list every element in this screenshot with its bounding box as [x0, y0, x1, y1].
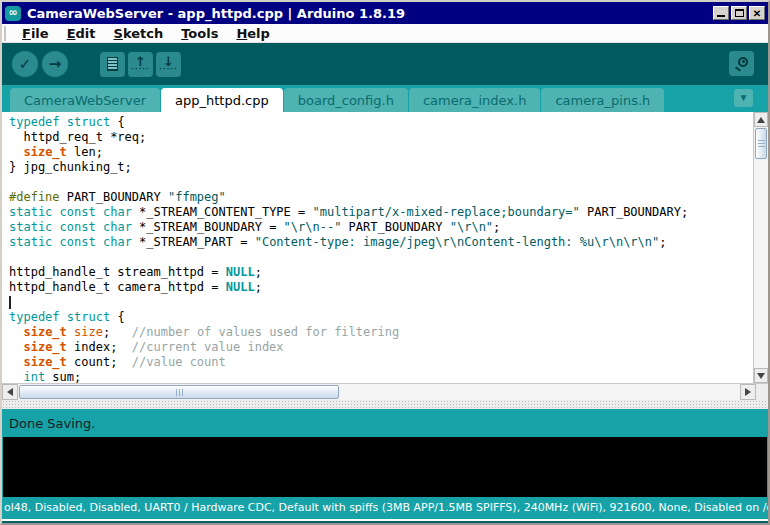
- scrollbar-corner: [756, 384, 768, 400]
- serial-monitor-button[interactable]: [729, 51, 754, 76]
- window-bottom-border: [2, 519, 768, 523]
- code-line: size_t index; //current value index: [9, 340, 753, 355]
- tab-camera-index-h[interactable]: camera_index.h: [409, 88, 541, 112]
- tab-bar: CameraWebServer app_httpd.cpp board_conf…: [2, 85, 768, 112]
- console-splitter-handle[interactable]: [2, 400, 768, 409]
- open-button[interactable]: ↑·····: [128, 52, 153, 77]
- save-button[interactable]: ↓·····: [156, 52, 181, 77]
- vertical-scrollbar[interactable]: [753, 112, 768, 383]
- menu-tools[interactable]: Tools: [172, 24, 227, 42]
- tab-camera-pins-h[interactable]: camera_pins.h: [541, 88, 664, 112]
- maximize-icon: [735, 9, 744, 17]
- code-editor[interactable]: typedef struct { httpd_req_t *req; size_…: [2, 112, 753, 383]
- minimize-icon: [717, 15, 725, 17]
- document-icon: [107, 57, 118, 71]
- board-info-bar: ol48, Disabled, Disabled, UART0 / Hardwa…: [2, 497, 768, 519]
- code-line: size_t count; //value count: [9, 355, 753, 370]
- scroll-left-button[interactable]: [2, 384, 18, 400]
- tab-camerawebserver[interactable]: CameraWebServer: [10, 88, 160, 112]
- text-cursor: [9, 296, 11, 309]
- code-line: typedef struct {: [9, 310, 753, 325]
- board-info-text: ol48, Disabled, Disabled, UART0 / Hardwa…: [4, 501, 768, 514]
- code-line: int sum;: [9, 370, 753, 383]
- triangle-up-icon: [757, 117, 765, 123]
- code-line: #define PART_BOUNDARY "ffmpeg": [9, 190, 753, 205]
- code-line: httpd_handle_t stream_httpd = NULL;: [9, 265, 753, 280]
- maximize-button[interactable]: [731, 6, 747, 20]
- arrow-right-icon: →: [49, 55, 62, 73]
- upload-button[interactable]: →: [42, 51, 68, 77]
- scroll-up-button[interactable]: [754, 112, 768, 127]
- toolbar: ✓ → ↑····· ↓·····: [2, 43, 768, 85]
- window-title: CameraWebServer - app_httpd.cpp | Arduin…: [27, 6, 713, 21]
- code-line: typedef struct {: [9, 115, 753, 130]
- vertical-scroll-track[interactable]: [754, 160, 768, 368]
- menu-grip: [4, 26, 9, 41]
- arduino-ide-window: ∞ CameraWebServer - app_httpd.cpp | Ardu…: [0, 0, 770, 525]
- scroll-right-button[interactable]: [740, 384, 756, 400]
- triangle-right-icon: [745, 388, 751, 396]
- code-line: size_t len;: [9, 145, 753, 160]
- menu-edit[interactable]: Edit: [58, 24, 105, 42]
- code-line: httpd_handle_t camera_httpd = NULL;: [9, 280, 753, 295]
- menu-help[interactable]: Help: [227, 24, 278, 42]
- scroll-down-button[interactable]: [754, 368, 768, 383]
- code-line: size_t size; //number of values used for…: [9, 325, 753, 340]
- tab-overflow-button[interactable]: ▼: [734, 89, 753, 107]
- arduino-logo-icon: ∞: [5, 6, 21, 21]
- code-line: } jpg_chunking_t;: [9, 160, 753, 175]
- code-line: [9, 295, 753, 310]
- close-icon: ✕: [750, 7, 764, 19]
- code-line: static const char *_STREAM_BOUNDARY = "\…: [9, 220, 753, 235]
- tab-board-config-h[interactable]: board_config.h: [284, 88, 408, 112]
- triangle-down-icon: [757, 373, 765, 379]
- code-line: static const char *_STREAM_CONTENT_TYPE …: [9, 205, 753, 220]
- check-icon: ✓: [19, 55, 32, 73]
- menu-file[interactable]: File: [13, 24, 58, 42]
- close-button[interactable]: ✕: [749, 6, 765, 20]
- code-line: [9, 250, 753, 265]
- editor-area: typedef struct { httpd_req_t *req; size_…: [2, 112, 768, 383]
- arrow-down-icon: ↓·····: [159, 57, 177, 71]
- horizontal-scroll-thumb[interactable]: [19, 385, 339, 399]
- minimize-button[interactable]: [713, 6, 729, 20]
- menu-bar: File Edit Sketch Tools Help: [2, 24, 768, 43]
- new-sketch-button[interactable]: [100, 52, 125, 77]
- console-output: [3, 437, 767, 497]
- triangle-left-icon: [7, 388, 13, 396]
- tab-app-httpd-cpp[interactable]: app_httpd.cpp: [161, 88, 283, 112]
- code-line: [9, 175, 753, 190]
- horizontal-scrollbar[interactable]: [2, 383, 768, 400]
- horizontal-scroll-track[interactable]: [340, 384, 740, 400]
- code-line: static const char *_STREAM_PART = "Conte…: [9, 235, 753, 250]
- status-bar: Done Saving.: [2, 409, 768, 437]
- chevron-down-icon: ▼: [739, 92, 749, 103]
- title-bar: ∞ CameraWebServer - app_httpd.cpp | Ardu…: [2, 2, 768, 24]
- arrow-up-icon: ↑·····: [131, 57, 149, 71]
- code-line: httpd_req_t *req;: [9, 130, 753, 145]
- verify-button[interactable]: ✓: [12, 51, 38, 77]
- vertical-scroll-thumb[interactable]: [755, 128, 767, 159]
- magnifier-icon: [735, 57, 748, 70]
- menu-sketch[interactable]: Sketch: [105, 24, 173, 42]
